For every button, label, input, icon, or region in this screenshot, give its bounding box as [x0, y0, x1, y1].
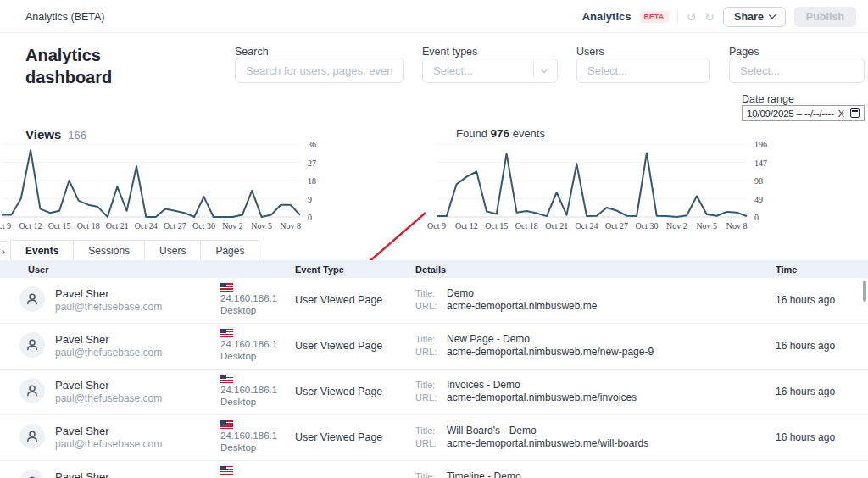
- user-email: paul@thefusebase.com: [55, 438, 162, 450]
- detail-url: acme-demoportal.nimbusweb.me: [447, 300, 597, 312]
- chevron-down-icon: [769, 12, 776, 19]
- users-select[interactable]: Select...: [576, 58, 710, 83]
- y-axis-tick: 36: [308, 140, 316, 149]
- x-axis-tick: Nov 5: [696, 221, 717, 231]
- date-range-input[interactable]: 10/09/2025 – --/--/---- X: [742, 105, 865, 121]
- undo-icon[interactable]: ↺: [687, 11, 697, 23]
- us-flag-icon: [220, 420, 233, 429]
- person-icon: [25, 384, 39, 397]
- url-label: URL:: [415, 347, 437, 357]
- y-axis-tick: 0: [308, 213, 312, 222]
- select-controls: [533, 64, 547, 77]
- x-axis-tick: Nov 8: [726, 221, 748, 231]
- detail-title: Invoices - Demo: [447, 379, 520, 391]
- event-types-label: Event types: [422, 46, 477, 58]
- user-ip: 24.160.186.1: [220, 385, 277, 395]
- user-name: Pavel Sher: [55, 333, 109, 346]
- tab-users[interactable]: Users: [144, 240, 201, 263]
- tab-bar: Events Sessions Users Pages: [10, 240, 259, 263]
- us-flag-icon: [220, 375, 233, 383]
- tab-pages[interactable]: Pages: [200, 240, 259, 263]
- user-ip: 24.160.186.1: [220, 293, 277, 303]
- y-axis-tick: 98: [754, 176, 763, 186]
- divider: [677, 10, 678, 24]
- pages-select[interactable]: Select...: [729, 58, 865, 83]
- x-axis-tick: Nov 5: [251, 221, 272, 231]
- event-time: 16 hours ago: [776, 340, 835, 352]
- user-device: Desktop: [220, 397, 256, 407]
- divider: [533, 64, 534, 77]
- x-axis-tick: Nov 8: [280, 221, 301, 231]
- x-axis-tick: Nov 2: [222, 221, 243, 231]
- pages-value: Select...: [740, 64, 780, 77]
- redo-icon[interactable]: ↻: [704, 11, 715, 23]
- avatar: [19, 332, 45, 358]
- x-axis-tick: Nov 2: [666, 221, 687, 231]
- detail-url: acme-demoportal.nimbusweb.me/will-boards: [447, 437, 648, 449]
- person-icon: [25, 338, 39, 352]
- url-label: URL:: [415, 438, 437, 448]
- users-value: Select...: [587, 64, 627, 77]
- users-label: Users: [576, 46, 604, 58]
- table-header: User Event Type Details Time: [0, 260, 868, 278]
- user-device: Desktop: [220, 305, 256, 315]
- tab-sessions[interactable]: Sessions: [73, 240, 145, 263]
- table-row[interactable]: Pavel Sher paul@thefusebase.com 24.160.1…: [0, 370, 868, 415]
- events-table-body: Pavel Sher paul@thefusebase.com 24.160.1…: [0, 278, 868, 478]
- table-row[interactable]: Pavel Sher Title: Timeline - Demo: [0, 461, 868, 478]
- x-axis-tick: Oct 30: [192, 221, 215, 231]
- x-axis-tick: Oct 15: [48, 221, 71, 231]
- x-axis-tick: Oct 21: [545, 221, 568, 231]
- x-axis-tick: Oct 21: [106, 221, 129, 231]
- detail-title: New Page - Demo: [447, 333, 530, 345]
- user-name: Pavel Sher: [55, 425, 109, 437]
- date-clear-button[interactable]: X: [838, 108, 844, 119]
- calendar-icon[interactable]: [850, 108, 860, 118]
- table-row[interactable]: Pavel Sher paul@thefusebase.com 24.160.1…: [0, 278, 868, 324]
- events-chart-title: Found 976 events: [456, 127, 545, 140]
- beta-badge: BETA: [640, 11, 669, 23]
- tab-events[interactable]: Events: [10, 240, 74, 263]
- table-row[interactable]: Pavel Sher paul@thefusebase.com 24.160.1…: [0, 324, 868, 370]
- col-details: Details: [415, 264, 446, 275]
- event-type: User Viewed Page: [295, 386, 382, 397]
- y-axis-tick: 147: [754, 158, 767, 168]
- user-name: Pavel Sher: [55, 470, 109, 478]
- user-name: Pavel Sher: [55, 379, 109, 392]
- x-axis-tick: Oct 18: [77, 221, 100, 231]
- views-count: 166: [68, 129, 86, 142]
- event-time: 16 hours ago: [776, 386, 835, 397]
- event-type: User Viewed Page: [295, 431, 382, 443]
- publish-button[interactable]: Publish: [794, 7, 856, 27]
- table-row[interactable]: Pavel Sher paul@thefusebase.com 24.160.1…: [0, 415, 868, 461]
- avatar: [19, 470, 45, 478]
- user-email: paul@thefusebase.com: [55, 392, 162, 404]
- us-flag-icon: [220, 466, 233, 475]
- events-text: events: [513, 127, 545, 140]
- col-user: User: [28, 264, 48, 275]
- user-email: paul@thefusebase.com: [55, 347, 162, 358]
- top-bar: Analytics (BETA) Analytics BETA ↺ ↻ Shar…: [0, 0, 868, 33]
- detail-title: Timeline - Demo: [447, 470, 521, 478]
- events-count: 976: [491, 127, 510, 140]
- x-axis-tick: Oct 24: [135, 221, 158, 231]
- date-range-label: Date range: [742, 93, 794, 105]
- search-input[interactable]: [235, 58, 404, 83]
- x-axis-tick: Oct 30: [635, 221, 658, 231]
- pages-label: Pages: [729, 46, 759, 58]
- event-types-value: Select...: [433, 64, 473, 77]
- share-button[interactable]: Share: [723, 7, 786, 27]
- event-time: 16 hours ago: [776, 431, 835, 443]
- y-axis-tick: 196: [754, 140, 767, 149]
- collapse-panel-button[interactable]: ›: [0, 241, 8, 261]
- title-label: Title:: [415, 334, 435, 344]
- x-axis-tick: Oct 18: [515, 221, 538, 231]
- page-title-line2: dashboard: [25, 66, 112, 88]
- table-scrollbar[interactable]: [863, 281, 866, 302]
- event-type: User Viewed Page: [295, 294, 382, 306]
- y-axis-tick: 49: [754, 195, 763, 204]
- chevron-down-icon[interactable]: [541, 65, 548, 72]
- event-types-select[interactable]: Select...: [422, 58, 558, 83]
- x-axis-tick: Oct 24: [576, 221, 598, 231]
- title-label: Title:: [415, 425, 435, 436]
